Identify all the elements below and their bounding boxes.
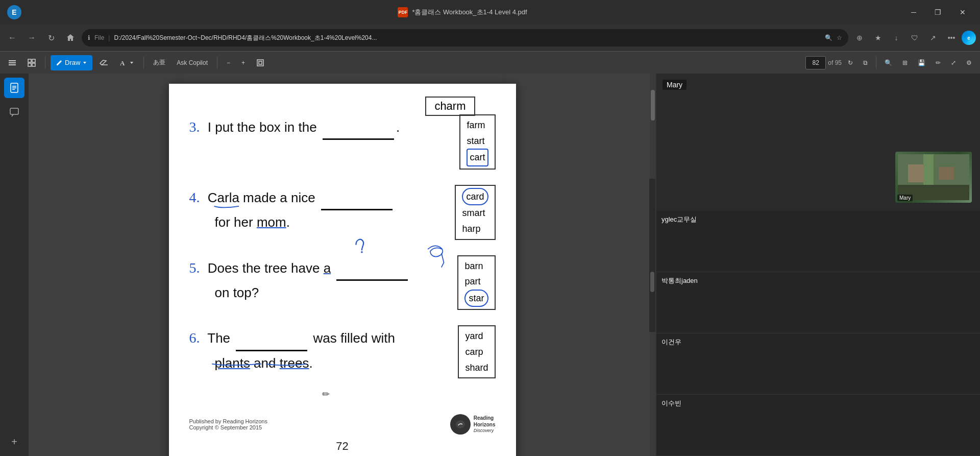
search-icon: 🔍 [825,34,832,41]
exercise-5: 5. Does the tree have a on top? barn par… [189,255,496,310]
exercise-3-text: 3. I put the box in the . [189,114,450,140]
copilot-button[interactable]: Ask Copilot [173,55,212,70]
annotations-button[interactable]: ✏ [932,55,945,70]
participant-mary: Mary Mary [656,74,980,211]
browser-essentials-button[interactable]: 🛡 [906,30,923,46]
rotate-button[interactable]: ↻ [844,55,857,70]
exercise-5-line1: Does the tree have a [208,260,410,276]
sidebar-comment-icon[interactable] [4,102,24,123]
exercise-3-choices: farm start cart [459,114,495,170]
more-button[interactable]: ••• [943,30,960,46]
browser-toolbar: ← → ↻ ℹ File | D:/2024/Fall%20Semester-O… [0,25,980,51]
exercise-3-choice-2: start [467,133,488,149]
window-title: *홈클래스 Workbook_초1-4 Level 4.pdf [412,8,527,17]
zoom-in-button[interactable]: + [237,55,249,70]
find-button[interactable]: 🔍 [880,55,896,70]
exercise-3-blank [323,115,394,140]
settings-button[interactable]: ⚙ [962,55,976,70]
text-tool-button[interactable]: A [115,55,138,70]
separator1 [45,57,45,69]
exercise-4-choice-1: card [462,188,488,206]
sidebar-toggle-button[interactable] [4,55,20,70]
svg-rect-5 [9,62,16,63]
fit-page-button[interactable] [252,55,268,70]
app-icon: E [6,4,22,20]
pdf-content: charm 3. I put the box in the . farm [189,99,496,453]
sidebar-add-icon[interactable]: + [4,431,24,452]
participant-jaden: 박통최jaden [656,272,980,333]
pdf-page: charm 3. I put the box in the . farm [169,84,516,456]
right-panel-scrollbar-thumb[interactable] [650,272,654,292]
exercise-6-line1: The was filled with [207,330,395,346]
participant-isubin-name: 이수빈 [662,399,681,408]
exercise-5-number: 5. [189,260,200,276]
extensions-button[interactable]: ⊕ [851,30,868,46]
exercise-3-content: I put the box in the . [208,119,400,135]
pdf-scrollbar-thumb[interactable] [651,90,655,121]
home-button[interactable] [62,30,79,46]
svg-rect-8 [32,59,35,62]
close-button[interactable]: ✕ [951,4,974,20]
page-navigation: of 95 ↻ ⧉ 🔍 ⊞ 💾 ✏ ⤢ ⚙ [805,55,976,70]
draw-button[interactable]: Draw [51,55,92,70]
exercise-5-choice-1: barn [464,258,488,274]
svg-text:A: A [120,59,125,67]
exercise-6-underline-2: trees [280,355,309,371]
separator4 [876,57,876,69]
pdf-page-wrapper: charm 3. I put the box in the . farm [169,84,516,456]
edge-logo: e [962,31,976,45]
fullscreen-button[interactable]: ⤢ [947,55,960,70]
exercise-3: 3. I put the box in the . farm start car… [189,114,496,170]
exercise-4-choices: card smart harp [455,185,495,240]
svg-rect-4 [9,60,16,61]
participant-igunwoo-name: 이건우 [662,338,681,347]
favorites-button[interactable]: ★ [870,30,886,46]
right-panel-scrollbar[interactable] [649,179,655,332]
charm-word-box: charm [425,97,475,116]
exercise-6-text: 6. The was filled with [189,325,448,351]
refresh-button[interactable]: ↻ [43,30,59,46]
exercise-6-choice-3: shard [465,360,488,376]
left-sidebar: + [0,74,29,456]
title-bar: E PDF *홈클래스 Workbook_초1-4 Level 4.pdf ─ … [0,0,980,25]
mary-video-label: Mary [897,195,913,201]
minimize-button[interactable]: ─ [902,4,925,20]
downloads-button[interactable]: ↓ [888,30,904,46]
save-button[interactable]: 💾 [914,55,929,70]
star-icon[interactable]: ☆ [837,34,842,41]
pencil-area: ✏ [189,389,496,404]
svg-rect-25 [923,154,934,185]
read-aloud-button[interactable]: あ亜 [149,55,169,70]
exercise-5-choice-3: star [464,290,488,307]
total-pages: of 95 [828,59,842,66]
footer-logo: Reading Horizons Discovery [450,414,496,435]
pdf-footer: Published by Reading Horizons Copyright … [189,414,496,435]
exercise-4-underline-1: mom [257,214,286,230]
main-area: + charm 3. I put the box in the . [0,74,980,456]
pdf-viewer[interactable]: charm 3. I put the box in the . farm [29,74,656,456]
exercise-6: 6. The was filled with plants and trees.… [189,325,496,378]
publisher: Published by Reading Horizons [189,418,267,424]
address-bar[interactable]: ℹ File | D:/2024/Fall%20Semester-Oct~Dec… [82,29,848,46]
exercise-4-line1: Carla made a nice [208,190,395,205]
eraser-button[interactable] [95,55,112,70]
title-bar-right: ─ ❐ ✕ [902,4,974,20]
view-options-button[interactable]: ⊞ [898,55,912,70]
participant-yglec: yglec교무실 [656,211,980,272]
zoom-out-button[interactable]: − [223,55,234,70]
full-page-button[interactable]: ⧉ [859,55,872,70]
share-button[interactable]: ↗ [925,30,941,46]
back-button[interactable]: ← [4,30,20,46]
sidebar-pdf-icon[interactable] [4,78,24,98]
title-bar-center: PDF *홈클래스 Workbook_초1-4 Level 4.pdf [398,7,527,17]
svg-rect-9 [28,63,31,66]
forward-button[interactable]: → [23,30,40,46]
exercise-4-blank [321,185,393,210]
restore-button[interactable]: ❐ [927,4,949,20]
exercise-5-choices: barn part star [457,255,495,310]
svg-rect-6 [9,64,16,65]
page-view-button[interactable] [23,55,40,70]
copyright: Copyright © September 2015 [189,424,267,430]
exercise-6-number: 6. [189,330,200,346]
current-page-input[interactable] [805,56,826,69]
